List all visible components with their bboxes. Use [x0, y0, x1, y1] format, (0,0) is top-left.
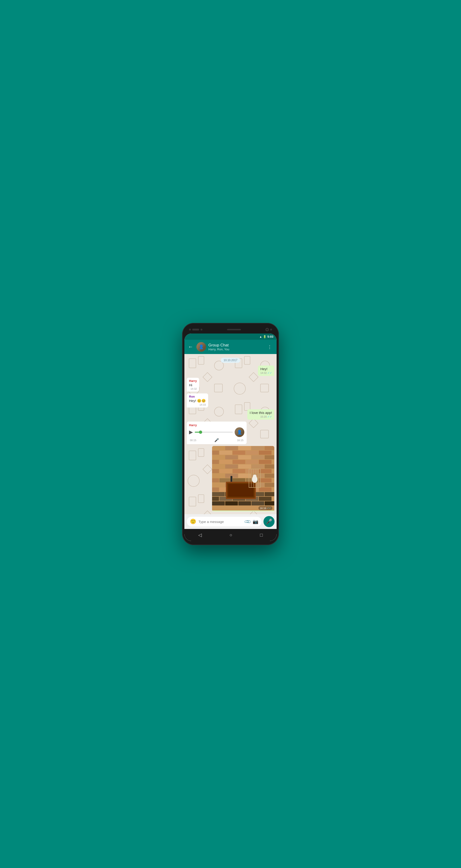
svg-rect-8	[233, 451, 245, 455]
message-meta: 14:32	[189, 388, 197, 390]
svg-rect-61	[212, 501, 225, 505]
voice-record-button[interactable]: 🎤	[264, 516, 275, 527]
svg-rect-22	[225, 464, 238, 469]
svg-rect-15	[265, 455, 274, 459]
svg-rect-11	[212, 455, 225, 459]
svg-rect-55	[265, 492, 274, 496]
attach-button[interactable]: 📎	[243, 518, 251, 526]
svg-rect-16	[212, 460, 219, 464]
svg-rect-69	[228, 484, 253, 497]
chat-area: 10.10.2017 Hey! 14:32 ✓✓ Harry Hi 14:	[184, 354, 277, 514]
svg-point-76	[253, 474, 256, 478]
chat-header: ← 👤 Group Chat Harry, Ron, You ⋮	[184, 340, 277, 354]
voice-progress-bar[interactable]	[195, 432, 233, 433]
message-text: Hey!	[260, 367, 272, 371]
nav-back-button[interactable]: ◁	[198, 532, 202, 538]
group-avatar[interactable]: 👤	[196, 342, 206, 352]
svg-rect-60	[259, 497, 272, 501]
message-time: 14:33	[199, 403, 206, 406]
message-time: 14:32	[190, 388, 197, 390]
sensor-dot-2	[201, 329, 203, 331]
phone-sensors	[189, 329, 203, 331]
nav-recents-button[interactable]: □	[260, 532, 263, 538]
voice-bubble: Harry ▶ 👤 00:15 🎤 16:	[187, 422, 247, 444]
svg-rect-23	[238, 464, 251, 469]
svg-rect-56	[212, 497, 219, 501]
svg-rect-6	[212, 451, 219, 455]
svg-rect-3	[238, 446, 251, 450]
svg-rect-27	[219, 469, 232, 473]
front-speaker	[227, 329, 241, 330]
message-meta: 15:20 ✓✓	[250, 415, 272, 418]
svg-rect-50	[259, 488, 272, 492]
sent-bubble: Hey! 14:32 ✓✓	[258, 366, 274, 376]
svg-rect-21	[212, 464, 225, 469]
camera-button[interactable]: 📷	[253, 519, 258, 524]
svg-rect-4	[251, 446, 264, 450]
svg-rect-13	[238, 455, 251, 459]
sender-name: Ron	[189, 395, 206, 398]
svg-rect-2	[225, 446, 238, 450]
svg-rect-29	[246, 469, 258, 473]
status-bar: ▲ 🔋 5:03	[184, 334, 277, 340]
nav-home-button[interactable]: ○	[229, 532, 232, 538]
svg-rect-24	[251, 464, 264, 469]
svg-rect-40	[259, 478, 272, 483]
message-text: I love this app!	[250, 411, 272, 415]
message-text: Hi	[189, 383, 197, 387]
svg-rect-17	[219, 460, 232, 464]
message-meta: 14:32 ✓✓	[260, 371, 272, 375]
message-row: Hey! 14:32 ✓✓	[187, 366, 274, 376]
speaker-grille	[192, 329, 199, 331]
received-bubble: Harry Hi 14:32	[187, 378, 199, 392]
sender-name: Harry	[189, 379, 197, 382]
svg-rect-31	[212, 474, 225, 478]
chat-info[interactable]: Group Chat Harry, Ron, You	[208, 343, 263, 351]
message-meta: 14:33	[189, 403, 206, 406]
message-ticks: ✓✓	[267, 371, 272, 375]
message-input-wrapper: 🙂 📎 📷	[187, 517, 262, 526]
message-row: I love this app! 15:20 ✓✓	[187, 409, 274, 420]
svg-rect-14	[251, 455, 264, 459]
svg-rect-19	[246, 460, 258, 464]
chat-title: Group Chat	[208, 343, 263, 347]
svg-rect-10	[259, 451, 272, 455]
front-camera	[266, 328, 269, 331]
message-ticks: ✓✓	[267, 415, 272, 418]
svg-rect-18	[233, 460, 245, 464]
image-bubble[interactable]: 16:16 ✓✓	[212, 446, 274, 512]
emoji-button[interactable]: 🙂	[190, 519, 196, 525]
play-button[interactable]: ▶	[189, 429, 193, 435]
phone-notch	[184, 327, 277, 334]
message-row: Harry Hi 14:32	[187, 378, 274, 392]
chat-subtitle: Harry, Ron, You	[208, 347, 263, 351]
sensor-dot	[189, 329, 191, 331]
voice-times: 00:15 🎤 16:15	[189, 438, 244, 442]
svg-rect-28	[233, 469, 245, 473]
message-row: Harry ▶ 👤 00:15 🎤 16:	[187, 422, 274, 444]
svg-rect-1	[212, 446, 225, 450]
date-badge: 10.10.2017	[221, 358, 240, 363]
status-icons: ▲ 🔋 5:03	[259, 335, 273, 338]
back-button[interactable]: ←	[187, 343, 194, 351]
message-time: 14:32	[260, 372, 267, 374]
message-row: Ron Hey! 😐😊 14:33	[187, 394, 274, 407]
header-menu-button[interactable]: ⋮	[266, 343, 274, 350]
android-nav-bar: ◁ ○ □	[184, 529, 277, 541]
camera-area	[266, 328, 272, 331]
message-text: Hey! 😐😊	[189, 399, 206, 403]
voice-content: ▶ 👤	[189, 427, 244, 437]
svg-rect-46	[212, 488, 219, 492]
battery-icon: 🔋	[263, 335, 267, 338]
avatar-image: 👤	[196, 342, 206, 352]
svg-rect-51	[212, 492, 225, 496]
voice-current-time: 00:15	[190, 439, 196, 442]
svg-rect-30	[259, 469, 272, 473]
mic-icon: 🎤	[214, 438, 219, 442]
image-ticks: ✓✓	[267, 506, 271, 509]
image-meta: 16:16 ✓✓	[258, 506, 272, 510]
svg-rect-26	[212, 469, 219, 473]
message-input[interactable]	[198, 520, 242, 524]
svg-rect-5	[265, 446, 274, 450]
svg-rect-62	[225, 501, 238, 505]
